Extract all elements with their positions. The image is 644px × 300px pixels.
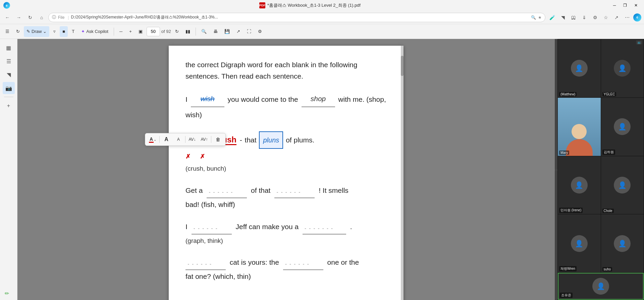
pen-icon[interactable]: ✏ bbox=[3, 289, 11, 297]
font-size-down-button[interactable]: A bbox=[173, 135, 184, 144]
s5-cat: cat is yours: the bbox=[230, 258, 279, 266]
chole-avatar: 👤 bbox=[614, 177, 631, 194]
download-button[interactable]: ⇓ bbox=[580, 13, 589, 22]
sentence5-line: - - - - - - cat is yours: the - - - - - … bbox=[185, 255, 387, 270]
s4-blank1: - - - - - - bbox=[192, 223, 232, 234]
fit-page-button[interactable]: ▣ bbox=[136, 26, 145, 37]
kimhawon-label: 김하원 bbox=[602, 149, 615, 155]
sentence3-block: Get a - - - - - - of that - - - - - - ! … bbox=[185, 183, 387, 211]
page-input[interactable] bbox=[147, 27, 160, 36]
irene-label: 민아원 (Irene) bbox=[559, 208, 583, 213]
fullscreen-button[interactable]: ⛶ bbox=[244, 26, 254, 37]
pdf-divider1 bbox=[114, 28, 114, 36]
extensions-button[interactable]: 🧪 bbox=[547, 13, 557, 22]
s4-i: I bbox=[185, 223, 187, 230]
pdf-toolbar: ☰ ↻ ✎ Draw ⌄ ▿ ■ T ✦ Ask Copilot ─ + ▣ o… bbox=[0, 24, 644, 39]
draw-button[interactable]: ✎ Draw ⌄ bbox=[24, 26, 49, 37]
scroll-indicator[interactable] bbox=[401, 46, 404, 300]
rotate-button[interactable]: ↻ bbox=[13, 26, 22, 37]
s4-blank2: - - - - - - - bbox=[303, 223, 346, 234]
highlight-button[interactable]: ■ bbox=[60, 26, 68, 37]
page-nav: of 92 bbox=[147, 27, 171, 36]
s1-word-you: you would come to the bbox=[228, 95, 298, 103]
share-pdf-button[interactable]: ↗ bbox=[234, 26, 243, 37]
mary-label: Mary bbox=[559, 151, 569, 155]
sidebar-toggle-button[interactable]: ☰ bbox=[3, 26, 12, 37]
scroll-thumb bbox=[401, 56, 404, 76]
mary-person bbox=[558, 98, 601, 156]
s5-blank2: - - - - - - bbox=[283, 258, 323, 270]
refresh-button[interactable]: ↻ bbox=[25, 13, 35, 22]
restore-button[interactable]: ❐ bbox=[621, 2, 630, 9]
video-cell-irene: 👤 민아원 (Irene) bbox=[558, 156, 601, 214]
yglec-avatar: 👤 bbox=[614, 60, 631, 77]
yglec-corner-badge: 📺 bbox=[636, 40, 642, 44]
sentence4-block: I - - - - - - Jeff can make you a - - - … bbox=[185, 219, 387, 247]
panel-separator[interactable]: ⋮ bbox=[555, 39, 557, 300]
mary-head bbox=[572, 124, 587, 139]
two-page-button[interactable]: ▮▮ bbox=[183, 26, 193, 37]
video-cell-kimhawon: 👤 김하원 bbox=[601, 98, 644, 156]
delete-annotation-button[interactable]: 🗑 bbox=[213, 135, 223, 144]
outline-button[interactable]: ☰ bbox=[3, 55, 15, 67]
sentence3-line: Get a - - - - - - of that - - - - - - ! … bbox=[185, 183, 387, 198]
add-page-button[interactable]: + bbox=[3, 100, 15, 112]
cross2: ✗ bbox=[200, 153, 205, 160]
close-button[interactable]: ✕ bbox=[631, 2, 641, 9]
sentence2-answer: (crush, bunch) bbox=[185, 163, 387, 174]
video-cell-chole: 👤 Chole bbox=[601, 156, 644, 214]
matthew-avatar: 👤 bbox=[571, 60, 588, 77]
sentence4-line: I - - - - - - Jeff can make you a - - - … bbox=[185, 219, 387, 234]
favorites-button[interactable]: ☆ bbox=[601, 13, 610, 22]
info-icon: ⓘ bbox=[52, 14, 56, 20]
irene-avatar: 👤 bbox=[571, 177, 588, 194]
address-input-wrap[interactable]: ⓘ File | D:/2024/Spring%20Semester-April… bbox=[48, 13, 545, 22]
zoom-fit-button[interactable]: ↻ bbox=[172, 26, 181, 37]
settings-button[interactable]: ⚙ bbox=[255, 26, 265, 37]
layers-button[interactable]: ◥ bbox=[3, 69, 15, 81]
back-button[interactable]: ← bbox=[3, 13, 12, 22]
s2-word-that: that bbox=[245, 136, 257, 144]
zoom-out-button[interactable]: ─ bbox=[117, 26, 125, 37]
spacing-down-button[interactable]: AV↑ bbox=[199, 135, 210, 144]
font-size-up-button[interactable]: A bbox=[161, 135, 172, 144]
apps-button[interactable]: ⚙ bbox=[590, 13, 600, 22]
minimize-button[interactable]: ─ bbox=[610, 2, 619, 9]
print-button[interactable]: 🖶 bbox=[211, 26, 220, 37]
ask-copilot-button[interactable]: ✦ Ask Copilot bbox=[78, 26, 111, 37]
ft-divider3 bbox=[211, 136, 211, 143]
draw-label: Draw bbox=[32, 29, 42, 34]
video-cell-suho: 👤 suho bbox=[601, 214, 644, 272]
text-button[interactable]: T bbox=[69, 26, 77, 37]
suho-label: suho bbox=[602, 267, 612, 271]
sentence2-hint: ✗ ✗ bbox=[185, 150, 387, 162]
ft-divider2 bbox=[185, 136, 185, 143]
video-grid: 👤 (Matthew) 👤 YGLEC 📺 Mary 👤 김하원 👤 민아원 (… bbox=[557, 39, 644, 300]
more-button[interactable]: ⋯ bbox=[623, 13, 632, 22]
s3-get: Get a bbox=[185, 186, 203, 194]
toolbar-icons-right: 🧪 ◥ 🕮 ⇓ ⚙ ☆ ↗ ⋯ e bbox=[547, 13, 641, 22]
home-button[interactable]: ⌂ bbox=[37, 13, 46, 22]
joyujun-avatar: 👤 bbox=[592, 278, 609, 295]
s5-one: one or the bbox=[327, 258, 359, 266]
matthew-label: (Matthew) bbox=[559, 92, 577, 96]
annotations-button[interactable]: 📷 bbox=[3, 82, 15, 94]
edge-icon: e bbox=[633, 13, 641, 22]
spacing-up-button[interactable]: AV↓ bbox=[187, 135, 198, 144]
address-bar: ← → ↻ ⌂ ⓘ File | D:/2024/Spring%20Semest… bbox=[0, 11, 644, 24]
sentence1-line: I wish you would come to the shop with m… bbox=[185, 91, 387, 123]
split-view-button[interactable]: ◥ bbox=[558, 13, 568, 22]
eraser-button[interactable]: ▿ bbox=[51, 26, 58, 37]
font-color-button[interactable]: A ⌄ bbox=[147, 135, 158, 144]
suho-avatar: 👤 bbox=[614, 235, 631, 252]
forward-button[interactable]: → bbox=[14, 13, 23, 22]
save-button[interactable]: 💾 bbox=[222, 26, 232, 37]
thumbnail-button[interactable]: ▦ bbox=[3, 42, 15, 54]
immersive-reader-button[interactable]: 🕮 bbox=[569, 13, 578, 22]
video-cell-matthew: 👤 (Matthew) bbox=[558, 39, 601, 97]
font-color-indicator: A bbox=[149, 136, 154, 143]
zoom-in-button[interactable]: + bbox=[126, 26, 135, 37]
s3-of: of that bbox=[251, 186, 270, 194]
search-button[interactable]: 🔍 bbox=[199, 26, 209, 37]
share-button[interactable]: ↗ bbox=[612, 13, 621, 22]
